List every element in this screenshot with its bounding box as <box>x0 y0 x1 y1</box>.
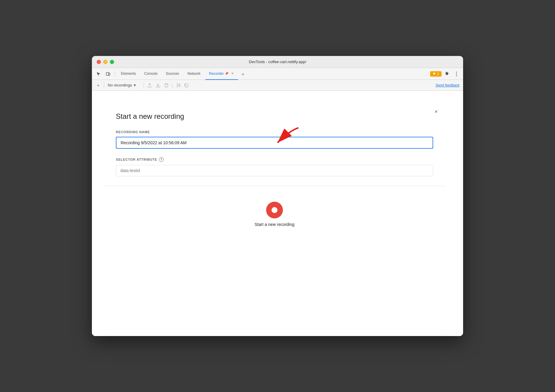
dialog-title: Start a new recording <box>116 112 433 121</box>
record-button-inner <box>272 207 278 213</box>
start-recording-label: Start a new recording <box>254 222 294 227</box>
tab-divider-1 <box>115 71 115 77</box>
svg-point-4 <box>456 75 457 76</box>
traffic-lights <box>97 60 114 64</box>
toolbar-separator-1 <box>104 83 104 88</box>
svg-rect-0 <box>106 72 109 75</box>
recorder-toolbar: + No recordings ▾ <box>92 80 463 91</box>
tab-elements[interactable]: Elements <box>117 68 139 80</box>
new-recording-dialog: × Start a new recording RECORDING NAME <box>104 103 445 242</box>
send-feedback-button[interactable]: Send feedback <box>434 83 461 87</box>
svg-marker-5 <box>177 83 180 87</box>
tab-bar-left: Elements Console Sources Network Recorde… <box>94 68 246 80</box>
selector-attribute-input[interactable] <box>116 165 433 176</box>
device-mode-icon[interactable] <box>104 70 112 78</box>
svg-point-2 <box>456 72 457 72</box>
devtools-window: DevTools - coffee-cart.netlify.app/ Elem… <box>92 56 463 336</box>
svg-rect-1 <box>109 73 110 75</box>
issues-badge[interactable]: ⚑ 1 <box>430 71 442 77</box>
minimize-button[interactable] <box>103 60 107 64</box>
recording-name-input[interactable] <box>116 137 433 149</box>
close-button[interactable] <box>97 60 101 64</box>
export-button[interactable] <box>146 81 154 89</box>
replay-button[interactable] <box>183 81 190 89</box>
issues-count: 1 <box>437 72 439 76</box>
tab-more-button[interactable]: » <box>239 68 246 80</box>
dropdown-chevron-icon: ▾ <box>134 83 136 87</box>
play-button[interactable] <box>174 81 182 89</box>
window-title: DevTools - coffee-cart.netlify.app/ <box>249 60 306 64</box>
cursor-icon[interactable] <box>94 70 103 78</box>
title-bar: DevTools - coffee-cart.netlify.app/ <box>92 56 463 68</box>
import-button[interactable] <box>154 81 162 89</box>
no-recordings-label: No recordings <box>108 83 132 87</box>
start-recording-button[interactable] <box>266 202 283 218</box>
pin-icon: 📌 <box>225 72 228 75</box>
tab-recorder[interactable]: Recorder 📌 ✕ <box>205 68 238 80</box>
settings-icon[interactable] <box>443 70 451 78</box>
tab-network[interactable]: Network <box>184 68 204 80</box>
tab-bar: Elements Console Sources Network Recorde… <box>92 68 463 80</box>
tab-close-recorder[interactable]: ✕ <box>230 72 234 76</box>
selector-attribute-label: SELECTOR ATTRIBUTE ? <box>116 157 433 162</box>
tab-sources[interactable]: Sources <box>162 68 183 80</box>
add-recording-button[interactable]: + <box>94 81 102 89</box>
toolbar-separator-2 <box>144 83 144 88</box>
tab-console[interactable]: Console <box>141 68 161 80</box>
record-area: Start a new recording <box>116 196 433 233</box>
delete-button[interactable] <box>163 81 170 89</box>
issues-icon: ⚑ <box>433 72 436 76</box>
dialog-close-button[interactable]: × <box>432 107 440 116</box>
toolbar-separator-3 <box>172 83 172 88</box>
maximize-button[interactable] <box>110 60 114 64</box>
recording-name-label: RECORDING NAME <box>116 130 433 134</box>
selector-attribute-group: SELECTOR ATTRIBUTE ? <box>116 157 433 176</box>
recording-name-group: RECORDING NAME <box>116 130 433 149</box>
main-content: × Start a new recording RECORDING NAME <box>92 91 463 336</box>
svg-point-3 <box>456 73 457 74</box>
tab-bar-right: ⚑ 1 <box>430 70 461 78</box>
more-options-icon[interactable] <box>452 70 461 78</box>
dialog-divider <box>104 186 445 186</box>
recordings-dropdown[interactable]: No recordings ▾ <box>106 82 142 88</box>
selector-help-icon[interactable]: ? <box>159 157 164 162</box>
